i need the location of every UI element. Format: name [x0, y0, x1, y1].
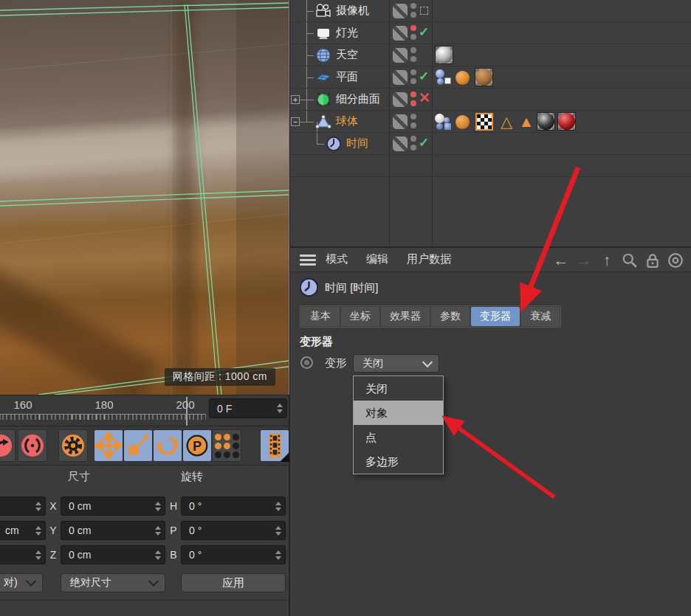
apply-button[interactable]: 应用: [181, 573, 286, 592]
camera-target-box-icon[interactable]: [420, 7, 428, 15]
collapse-minus-icon[interactable]: −: [291, 117, 300, 126]
clock-icon[interactable]: [326, 136, 342, 152]
render-visibility-dot[interactable]: [410, 78, 416, 84]
object-row-light[interactable]: 灯光 ✓: [290, 22, 691, 44]
menu-user-data[interactable]: 用户数据: [407, 252, 451, 266]
tab-effector[interactable]: 效果器: [381, 307, 430, 326]
tab-falloff[interactable]: 衰减: [521, 307, 560, 326]
position-z-field-partial[interactable]: [0, 545, 46, 564]
lock-icon[interactable]: [644, 252, 661, 269]
checkerboard-tag[interactable]: [475, 113, 493, 131]
object-row-camera[interactable]: 摄像机: [290, 0, 691, 22]
point-level-animation-button[interactable]: [212, 429, 241, 462]
enabled-check-icon[interactable]: ✓: [419, 24, 429, 40]
size-z-field[interactable]: 0 cm: [61, 545, 165, 564]
object-row-subdivision[interactable]: + 细分曲面 ✕: [290, 89, 691, 111]
enable-toggle[interactable]: [393, 4, 408, 18]
object-row-time[interactable]: 时间 ✓: [290, 133, 691, 155]
editor-visibility-dot[interactable]: [410, 91, 416, 97]
back-arrow-icon[interactable]: ←: [553, 252, 569, 269]
expand-plus-icon[interactable]: +: [291, 95, 300, 104]
record-button[interactable]: [0, 429, 16, 462]
keyframe-radio-icon[interactable]: [300, 356, 313, 369]
autokey-button[interactable]: [18, 429, 47, 462]
timeline-ruler[interactable]: 160 180 200 0 F: [0, 395, 289, 426]
enable-toggle[interactable]: [393, 48, 408, 63]
material-tag-black[interactable]: [537, 112, 555, 131]
tab-coordinates[interactable]: 坐标: [341, 307, 379, 326]
enable-toggle[interactable]: [393, 92, 408, 107]
camera-icon[interactable]: [315, 3, 331, 19]
enabled-check-icon[interactable]: ✓: [419, 69, 429, 84]
option-off[interactable]: 关闭: [354, 376, 443, 401]
rotation-p-field[interactable]: 0 °: [181, 521, 286, 540]
render-visibility-dot[interactable]: [410, 56, 416, 62]
position-y-field-partial[interactable]: cm: [0, 521, 46, 540]
editor-visibility-dot[interactable]: [410, 3, 416, 9]
rotation-h-field[interactable]: 0 °: [181, 496, 286, 516]
render-visibility-dot[interactable]: [410, 122, 416, 128]
hamburger-menu-icon[interactable]: [300, 255, 316, 268]
motion-clip-button[interactable]: [260, 429, 289, 462]
enable-toggle[interactable]: [393, 136, 408, 151]
enable-toggle[interactable]: [393, 26, 408, 41]
forward-arrow-icon[interactable]: →: [576, 252, 592, 269]
option-point[interactable]: 点: [354, 425, 443, 449]
search-icon[interactable]: [622, 252, 638, 269]
phong-dice-tag[interactable]: [435, 69, 453, 86]
menu-edit[interactable]: 编辑: [366, 252, 388, 266]
editor-visibility-dot[interactable]: [410, 25, 416, 31]
record-scale-button[interactable]: [123, 429, 153, 462]
material-tag-wood[interactable]: [475, 68, 493, 86]
position-x-field-partial[interactable]: [0, 496, 46, 516]
frame-spinner[interactable]: [277, 404, 283, 413]
record-rotation-button[interactable]: [153, 429, 182, 462]
editor-visibility-dot[interactable]: [410, 47, 416, 53]
material-tag-red[interactable]: [557, 112, 576, 131]
current-frame-field[interactable]: 0 F: [209, 398, 287, 418]
target-icon[interactable]: [667, 252, 684, 269]
editor-visibility-dot[interactable]: [410, 136, 416, 142]
tab-basic[interactable]: 基本: [301, 307, 340, 326]
editor-visibility-dot[interactable]: [410, 114, 416, 120]
subdivision-icon[interactable]: [315, 91, 331, 108]
record-parameter-button[interactable]: P: [182, 429, 212, 462]
viewport-3d[interactable]: 网格间距 : 1000 cm: [0, 0, 289, 395]
size-x-field[interactable]: 0 cm: [61, 496, 165, 516]
object-row-sphere[interactable]: − 球体 △ ▲: [290, 111, 691, 133]
sky-icon[interactable]: [315, 47, 331, 63]
render-visibility-dot[interactable]: [410, 34, 416, 40]
position-mode-dropdown-partial[interactable]: 对): [0, 573, 43, 592]
option-polygon[interactable]: 多边形: [354, 449, 443, 474]
menu-mode[interactable]: 模式: [326, 252, 348, 266]
disabled-cross-icon[interactable]: ✕: [419, 89, 430, 106]
triangle-filled-tag[interactable]: ▲: [518, 113, 535, 131]
spheres-dice-tag[interactable]: [435, 113, 453, 131]
tab-deformer[interactable]: 变形器: [471, 307, 520, 326]
tab-parameter[interactable]: 参数: [431, 307, 470, 326]
size-y-field[interactable]: 0 cm: [61, 521, 165, 540]
plane-icon[interactable]: [315, 69, 331, 86]
size-mode-dropdown[interactable]: 绝对尺寸: [61, 573, 165, 592]
rotation-b-field[interactable]: 0 °: [181, 545, 286, 564]
option-object[interactable]: 对象: [354, 401, 443, 425]
up-arrow-icon[interactable]: ↑: [599, 252, 615, 269]
enable-toggle[interactable]: [393, 70, 408, 85]
triangle-outline-tag[interactable]: △: [498, 113, 515, 131]
object-row-plane[interactable]: 平面 ✓: [290, 66, 691, 89]
render-visibility-dot[interactable]: [410, 100, 416, 106]
sphere-tag-orange[interactable]: [455, 115, 470, 129]
object-row-sky[interactable]: 天空: [290, 44, 691, 66]
render-visibility-dot[interactable]: [410, 12, 416, 18]
record-position-button[interactable]: [94, 429, 123, 462]
deform-select[interactable]: 关闭: [353, 354, 439, 373]
sphere-tag-orange[interactable]: [455, 71, 470, 85]
pyramid-icon[interactable]: [315, 114, 331, 130]
enabled-check-icon[interactable]: ✓: [419, 135, 429, 150]
render-visibility-dot[interactable]: [410, 145, 416, 150]
material-tag-metal[interactable]: [435, 46, 453, 64]
enable-toggle[interactable]: [393, 114, 408, 129]
light-icon[interactable]: [315, 25, 331, 41]
editor-visibility-dot[interactable]: [410, 69, 416, 75]
keyframe-settings-button[interactable]: [58, 429, 88, 462]
